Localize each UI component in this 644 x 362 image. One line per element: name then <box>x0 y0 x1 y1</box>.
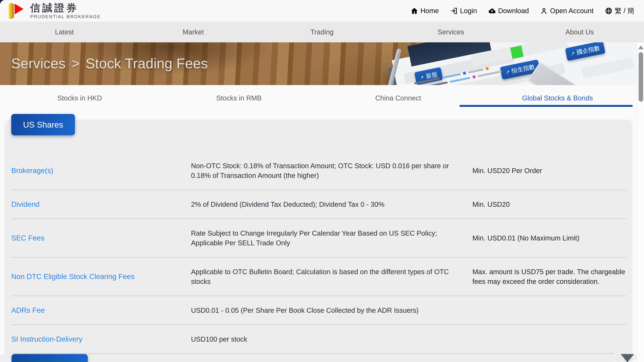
logo-gold-bar <box>9 3 14 19</box>
scrollbar-thumb[interactable] <box>639 52 643 102</box>
breadcrumb-section: Services <box>11 55 66 72</box>
page-title: Stock Trading Fees <box>86 55 208 72</box>
fee-description: Applicable to OTC Bulletin Board; Calcul… <box>191 267 472 286</box>
nav-download-label: Download <box>498 7 529 15</box>
fee-description: Non-OTC Stock: 0.18% of Transaction Amou… <box>191 161 472 180</box>
table-row: SEC Fees Rate Subject to Change Irregula… <box>11 219 626 258</box>
trend-icon: ↗ <box>420 74 424 81</box>
scrollbar-up-arrow[interactable] <box>638 45 644 49</box>
tab-global-stocks-bonds[interactable]: Global Stocks & Bonds <box>478 85 637 111</box>
page: 信誠證券 PRUDENTIAL BROKERAGE Home Login Dow… <box>0 0 644 362</box>
scroll-down-arrow-icon[interactable] <box>620 354 634 362</box>
brand-logo[interactable]: 信誠證券 PRUDENTIAL BROKERAGE <box>5 2 101 19</box>
hero-green-square <box>510 45 524 59</box>
fee-tabs: Stocks in HKD Stocks in RMB China Connec… <box>0 85 637 111</box>
main-nav-trading[interactable]: Trading <box>258 28 386 36</box>
table-row: Brokerage(s) Non-OTC Stock: 0.18% of Tra… <box>11 152 626 190</box>
nav-home[interactable]: Home <box>411 7 439 15</box>
download-icon <box>488 7 496 14</box>
trend-icon: ↗ <box>570 50 575 56</box>
nav-language-label: 繁 / 簡 <box>615 6 634 15</box>
fee-minimum: Min. USD20 <box>472 199 626 209</box>
fee-minimum: Min. USD0.01 (No Maximum Limit) <box>472 233 626 243</box>
tab-stocks-in-rmb[interactable]: Stocks in RMB <box>159 85 318 111</box>
utility-nav: Home Login Download Open Account 繁 / 簡 <box>411 6 634 15</box>
person-icon <box>540 7 548 14</box>
table-row: Non DTC Eligible Stock Clearing Fees App… <box>11 258 626 296</box>
logo-red-triangle <box>14 4 24 14</box>
fee-term-link[interactable]: SEC Fees <box>11 234 191 242</box>
table-row: ADRs Fee USD0.01 - 0.05 (Per Share Per B… <box>11 296 626 325</box>
table-row: SI Instruction-Delivery USD100 per stock <box>11 325 626 354</box>
hero-banner: ↗ 新股 ↗ 恒生指數 ↗ 國企指數 Services > Stock Trad… <box>0 42 644 85</box>
nav-login-label: Login <box>460 7 477 15</box>
top-bar: 信誠證券 PRUDENTIAL BROKERAGE Home Login Dow… <box>0 0 644 22</box>
nav-download[interactable]: Download <box>488 7 529 15</box>
brand-name-english: PRUDENTIAL BROKERAGE <box>30 14 101 19</box>
fee-minimum: Min. USD20 Per Order <box>472 166 626 176</box>
fee-term-link[interactable]: Brokerage(s) <box>11 167 191 175</box>
globe-icon <box>605 7 612 14</box>
fee-description: USD0.01 - 0.05 (Per Share Per Book Close… <box>191 306 472 315</box>
main-nav-market[interactable]: Market <box>129 28 258 36</box>
fee-term-link[interactable]: Non DTC Eligible Stock Clearing Fees <box>11 272 191 281</box>
fee-description: 2% of Dividend (Dividend Tax Deducted); … <box>191 199 472 209</box>
main-nav-latest[interactable]: Latest <box>0 28 129 36</box>
nav-home-label: Home <box>420 7 439 15</box>
tab-china-connect[interactable]: China Connect <box>318 85 478 111</box>
main-nav: Latest Market Trading Services About Us <box>0 22 644 42</box>
brand-logo-icon <box>5 2 26 19</box>
us-shares-button[interactable]: US Shares <box>11 114 75 135</box>
tab-stocks-in-hkd[interactable]: Stocks in HKD <box>0 85 159 111</box>
next-section-button-partial[interactable] <box>12 354 88 362</box>
table-row: Dividend 2% of Dividend (Dividend Tax De… <box>11 190 626 219</box>
fee-term-link[interactable]: ADRs Fee <box>11 306 191 315</box>
hero-pill-label: 國企指數 <box>576 44 600 56</box>
nav-open-account[interactable]: Open Account <box>540 7 594 15</box>
hero-pill-label: 恒生指數 <box>511 63 536 75</box>
login-icon <box>450 7 458 14</box>
nav-language-toggle[interactable]: 繁 / 簡 <box>605 6 634 15</box>
fee-description: USD100 per stock <box>191 334 472 344</box>
scrollbar <box>637 42 644 362</box>
breadcrumb: Services > Stock Trading Fees <box>11 55 208 72</box>
main-nav-services[interactable]: Services <box>386 28 515 36</box>
nav-login[interactable]: Login <box>450 7 477 15</box>
home-icon <box>411 7 418 14</box>
fee-term-link[interactable]: SI Instruction-Delivery <box>11 335 191 343</box>
fee-minimum: Max. amount is USD75 per trade. The char… <box>472 267 626 286</box>
breadcrumb-separator: > <box>71 55 80 72</box>
fee-description: Rate Subject to Change Irregularly Per C… <box>191 228 472 248</box>
main-nav-about-us[interactable]: About Us <box>515 28 644 36</box>
brand-name-chinese: 信誠證券 <box>30 2 101 13</box>
trend-icon: ↗ <box>505 69 510 75</box>
nav-open-account-label: Open Account <box>550 7 594 15</box>
fee-table: Brokerage(s) Non-OTC Stock: 0.18% of Tra… <box>11 152 626 354</box>
fee-term-link[interactable]: Dividend <box>11 200 191 208</box>
fee-card: Brokerage(s) Non-OTC Stock: 0.18% of Tra… <box>5 120 632 362</box>
